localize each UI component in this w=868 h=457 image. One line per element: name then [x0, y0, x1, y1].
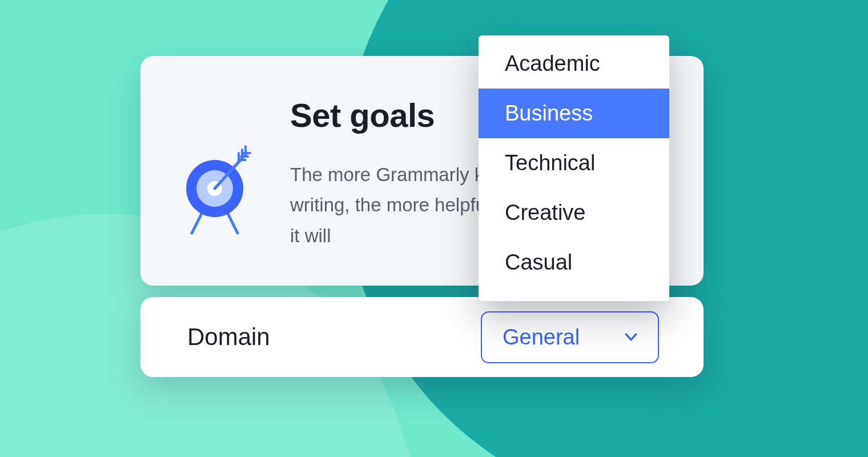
domain-card: Domain General [140, 297, 704, 377]
svg-line-0 [192, 213, 202, 233]
dropdown-option-creative[interactable]: Creative [479, 188, 669, 238]
dropdown-option-academic[interactable]: Academic [479, 39, 669, 89]
domain-dropdown: Academic Business Technical Creative Cas… [479, 35, 669, 301]
svg-line-1 [227, 213, 238, 233]
dropdown-option-technical[interactable]: Technical [479, 138, 669, 188]
dropdown-option-business[interactable]: Business [479, 89, 669, 138]
domain-select[interactable]: General [481, 311, 659, 363]
dropdown-option-casual[interactable]: Casual [479, 238, 669, 287]
domain-label: Domain [187, 323, 270, 351]
chevron-down-icon [622, 328, 640, 346]
target-arrow-icon [175, 143, 255, 242]
domain-select-value: General [503, 325, 580, 350]
